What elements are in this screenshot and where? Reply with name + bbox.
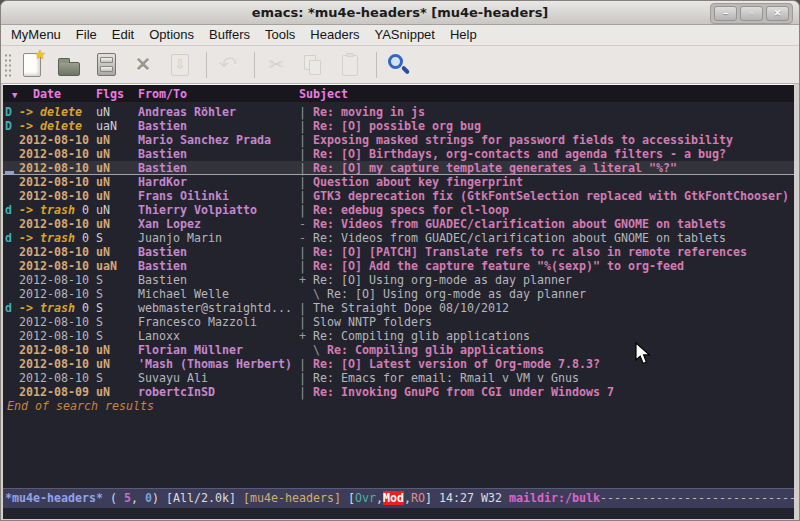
subject-field: | Exposing masked strings for password f…	[299, 133, 733, 147]
thread-indicator: |	[299, 315, 313, 329]
subject-field: | Re: [O] [PATCH] Translate refs to rc a…	[299, 245, 747, 259]
subject-text: Re: [O] [PATCH] Translate refs to rc als…	[313, 245, 747, 259]
mark-char	[5, 147, 19, 161]
flags-field: uN	[96, 175, 138, 189]
date-field: 2012-08-10	[19, 217, 96, 231]
header-row[interactable]: 2012-08-10uNMario Sanchez Prada| Exposin…	[3, 133, 794, 147]
from-field: Bastien	[138, 119, 299, 133]
header-row[interactable]: 2012-08-09uNrobertcInSD| Re: Invoking Gn…	[3, 385, 794, 399]
date-field: 2012-08-10	[19, 329, 96, 343]
header-row[interactable]: 2012-08-10SBastien+ Re: [O] Using org-mo…	[3, 273, 794, 287]
header-row[interactable]: d-> trash 0Swebmaster@straightd...| The …	[3, 301, 794, 315]
header-row[interactable]: 2012-08-10uNFrans Oilinki| GTK3 deprecat…	[3, 189, 794, 203]
flags-field: uN	[96, 105, 138, 119]
mark-char	[5, 273, 19, 287]
menu-help[interactable]: Help	[445, 25, 482, 45]
header-row[interactable]: 2012-08-10SSuvayu Ali| Re: Emacs for ema…	[3, 371, 794, 385]
subject-text: Re: moving in js	[313, 105, 425, 119]
thread-indicator: \	[299, 287, 327, 301]
open-folder-button[interactable]	[56, 51, 82, 79]
flags-field: uaN	[96, 259, 138, 273]
column-header-subject[interactable]: Subject	[299, 87, 348, 101]
date-field: 2012-08-10	[19, 315, 96, 329]
date-field: -> trash 0	[19, 203, 96, 217]
header-row[interactable]: D-> deleteuaNBastien| Re: [O] possible o…	[3, 119, 794, 133]
flags-field: uN	[96, 161, 138, 175]
from-field: Juanjo Marin	[138, 231, 299, 245]
subject-field: | GTK3 deprecation fix (GtkFontSelection…	[299, 189, 789, 203]
search-button[interactable]	[385, 51, 411, 79]
subject-text: Re: Emacs for email: Rmail v VM v Gnus	[313, 371, 579, 385]
modeline-segment: [mu4e-headers]	[243, 491, 348, 505]
new-file-button[interactable]: ★	[19, 51, 45, 79]
maximize-button[interactable]: ▫	[740, 6, 763, 21]
header-row[interactable]: 2012-08-10SLanoxx+ Re: Compiling glib ap…	[3, 329, 794, 343]
date-value: 2012-08-10	[19, 259, 89, 273]
titlebar[interactable]: emacs: *mu4e-headers* [mu4e-headers] –▫✕	[1, 1, 799, 25]
subject-text: Re: Compiling glib applications	[313, 329, 530, 343]
mark-char: D	[5, 119, 19, 133]
subject-field: - Re: Videos from GUADEC/clarification a…	[299, 217, 726, 231]
menu-edit[interactable]: Edit	[107, 25, 139, 45]
modeline-segment: )	[152, 491, 166, 505]
flags-field: uN	[96, 343, 138, 357]
header-row[interactable]: 2012-08-10SMichael Welle \ Re: [O] Using…	[3, 287, 794, 301]
from-field: Thierry Volpiatto	[138, 203, 299, 217]
header-row[interactable]: 2012-08-10SFrancesco Mazzoli| Slow NNTP …	[3, 315, 794, 329]
subject-text: Re: [O] Add the capture feature "%(sexp)…	[313, 259, 684, 273]
mark-char: d	[5, 301, 19, 315]
toolbar-drag-handle[interactable]	[3, 52, 11, 78]
menu-mymenu[interactable]: MyMenu	[6, 25, 66, 45]
toolbar-separator	[206, 52, 207, 78]
subject-field: + Re: [O] Using org-mode as day planner	[299, 273, 572, 287]
header-row[interactable]: 2012-08-10uaNBastien| Re: [O] Add the ca…	[3, 259, 794, 273]
date-value: 2012-08-10	[19, 343, 89, 357]
header-row[interactable]: 2012-08-10uNFlorian Müllner \ Re: Compil…	[3, 343, 794, 357]
header-row[interactable]: 2012-08-10uNXan Lopez- Re: Videos from G…	[3, 217, 794, 231]
menu-yasnippet[interactable]: YASnippet	[369, 25, 439, 45]
from-field: Frans Oilinki	[138, 189, 299, 203]
paste-icon	[342, 55, 358, 76]
subject-field: | Slow NNTP folders	[299, 315, 432, 329]
column-header-date[interactable]: Date	[33, 87, 61, 101]
column-header-flags[interactable]: Flgs	[96, 87, 124, 101]
menu-buffers[interactable]: Buffers	[204, 25, 255, 45]
close-button[interactable]: ✕	[766, 6, 789, 21]
text-cursor	[5, 171, 14, 174]
flags-field: uN	[96, 385, 138, 399]
subject-field: | Re: edebug specs for cl-loop	[299, 203, 509, 217]
from-field: webmaster@straightd...	[138, 301, 299, 315]
modeline-segment: --------------------------------	[600, 491, 794, 505]
menu-options[interactable]: Options	[144, 25, 199, 45]
close-buffer-button[interactable]: ✕	[130, 51, 156, 79]
date-value: 2012-08-09	[19, 385, 89, 399]
subject-field: | Re: Emacs for email: Rmail v VM v Gnus	[299, 371, 579, 385]
header-row[interactable]: 2012-08-10uNBastien| Re: [O] my capture …	[3, 161, 794, 175]
emacs-window: emacs: *mu4e-headers* [mu4e-headers] –▫✕…	[0, 0, 800, 521]
header-row[interactable]: d-> trash 0SJuanjo Marin- Re: Videos fro…	[3, 231, 794, 245]
header-row[interactable]: 2012-08-10uNBastien| Re: [O] Birthdays, …	[3, 147, 794, 161]
modeline-segment: ,	[131, 491, 145, 505]
header-row[interactable]: D-> deleteuNAndreas Röhler| Re: moving i…	[3, 105, 794, 119]
modeline[interactable]: *mu4e-headers* ( 5, 0) [All/2.0k] [mu4e-…	[3, 488, 794, 508]
undo-button: ↶	[215, 51, 241, 79]
header-row[interactable]: 2012-08-10uNHardKor| Question about key …	[3, 175, 794, 189]
toolbar-separator	[376, 52, 377, 78]
save-button[interactable]	[93, 51, 119, 79]
echo-area[interactable]	[3, 508, 794, 519]
menu-tools[interactable]: Tools	[260, 25, 300, 45]
save-as-icon: ⇩	[171, 54, 189, 76]
header-row[interactable]: 2012-08-10uNBastien| Re: [O] [PATCH] Tra…	[3, 245, 794, 259]
header-row[interactable]: d-> trash 0uNThierry Volpiatto| Re: edeb…	[3, 203, 794, 217]
menu-headers[interactable]: Headers	[305, 25, 364, 45]
toolbar: ★✕⇩↶✂	[1, 46, 799, 84]
menu-file[interactable]: File	[71, 25, 102, 45]
date-field: 2012-08-10	[19, 133, 96, 147]
subject-field: | Re: [O] possible org bug	[299, 119, 481, 133]
date-value: 2012-08-10	[19, 357, 89, 371]
minimize-button[interactable]: –	[714, 6, 737, 21]
modeline-segment: 5	[124, 491, 131, 505]
column-header-from-to[interactable]: From/To	[138, 87, 187, 101]
header-row[interactable]: 2012-08-10uN'Mash (Thomas Herbert)| Re: …	[3, 357, 794, 371]
subject-text: Re: Videos from GUADEC/clarification abo…	[313, 231, 726, 245]
